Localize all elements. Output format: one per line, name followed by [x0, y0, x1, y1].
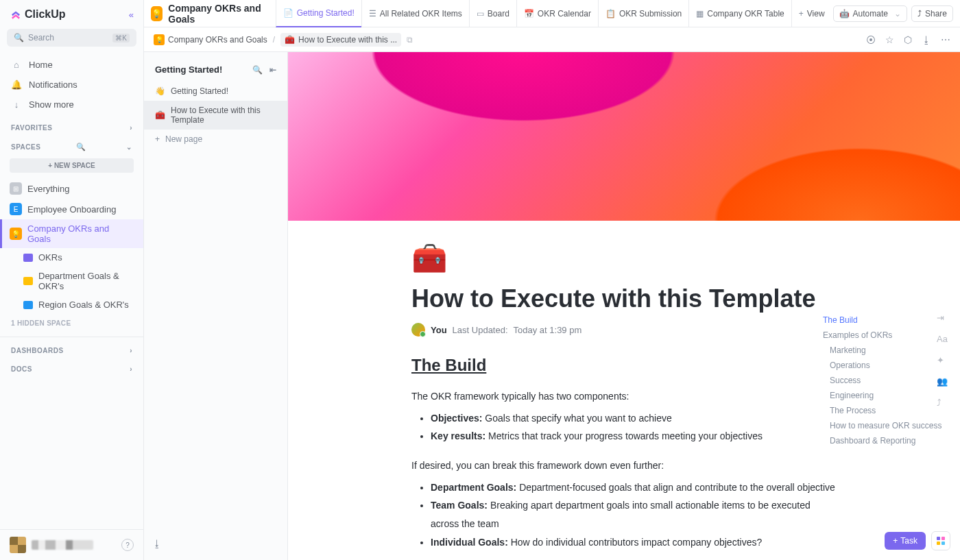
toc-item[interactable]: Success [823, 373, 946, 388]
sparkle-icon[interactable]: ✦ [937, 355, 948, 365]
author-name: You [431, 325, 447, 335]
comment-icon[interactable]: ⬡ [904, 34, 912, 45]
folder-item[interactable]: Department Goals & OKR's [0, 267, 143, 295]
breadcrumb-root[interactable]: 💡Company OKRs and Goals [154, 34, 267, 45]
home-icon: ⌂ [11, 60, 22, 70]
author-avatar[interactable] [411, 323, 425, 337]
user-avatar[interactable] [10, 537, 26, 553]
download-icon[interactable]: ⭳ [922, 34, 931, 45]
toc-item[interactable]: Operations [823, 358, 946, 373]
view-tab[interactable]: ▭Board [469, 0, 516, 27]
dashboards-section-header[interactable]: DASHBOARDS› [0, 337, 143, 358]
apps-grid-button[interactable] [931, 531, 950, 550]
doc-title[interactable]: How to Execute with this Template [411, 284, 837, 313]
heading-the-build[interactable]: The Build [411, 356, 837, 375]
view-tab[interactable]: 📄Getting Started! [276, 0, 361, 27]
new-page-button[interactable]: +New page [144, 130, 287, 149]
space-badge-icon[interactable]: 💡 [151, 6, 163, 21]
cover-image[interactable] [288, 52, 960, 221]
pages-panel: Getting Started! 🔍⇤ 👋Getting Started!🧰Ho… [144, 52, 288, 560]
table-of-contents: The BuildExamples of OKRsMarketingOperat… [823, 313, 946, 448]
folder-item[interactable]: Region Goals & OKR's [0, 295, 143, 314]
doc-meta: You Last Updated: Today at 1:39 pm [411, 323, 837, 337]
open-external-icon[interactable]: ⧉ [407, 35, 413, 45]
toc-item[interactable]: Dashboard & Reporting [823, 433, 946, 448]
updated-label: Last Updated: [453, 325, 508, 335]
automate-button[interactable]: 🤖Automate⌄ [833, 5, 907, 22]
breadcrumb-bar: 💡Company OKRs and Goals / 🧰How to Execut… [144, 27, 960, 52]
collapse-sidebar-icon[interactable]: « [129, 10, 134, 20]
space-item[interactable]: EEmployee Onboarding [0, 199, 143, 219]
expand-icon[interactable]: ⇥ [937, 313, 948, 323]
breadcrumb-separator: / [273, 35, 275, 45]
sidebar: ClickUp « 🔍 Search ⌘K ⌂Home 🔔Notificatio… [0, 0, 144, 560]
link-icon[interactable]: ⤴ [937, 398, 948, 408]
more-icon[interactable]: ⋯ [941, 34, 950, 45]
help-icon[interactable]: ? [121, 539, 134, 551]
page-emoji-icon: 👋 [155, 86, 165, 96]
view-tab[interactable]: ☰All Related OKR Items [361, 0, 469, 27]
list-item[interactable]: Objectives: Goals that specify what you … [431, 409, 837, 428]
collapse-panel-icon[interactable]: ⇤ [269, 65, 276, 75]
space-item[interactable]: ⊞Everything [0, 178, 143, 199]
document-area: 🧰 How to Execute with this Template You … [288, 52, 960, 560]
tab-icon: 📄 [283, 8, 293, 18]
typography-icon[interactable]: Aa [937, 334, 948, 344]
users-icon[interactable]: 👥 [937, 376, 948, 387]
folder-icon [23, 277, 33, 285]
tag-icon[interactable]: ⦿ [866, 34, 876, 45]
space-title[interactable]: Company OKRs and Goals [168, 3, 264, 25]
spaces-section-header[interactable]: SPACES🔍⌄ [0, 136, 143, 156]
doc-paragraph[interactable]: If desired, you can break this framework… [411, 458, 837, 474]
doc-emoji[interactable]: 🧰 [411, 241, 837, 275]
view-tab[interactable]: +View [791, 0, 832, 27]
page-item[interactable]: 👋Getting Started! [144, 82, 287, 101]
search-icon: 🔍 [14, 33, 24, 42]
star-icon[interactable]: ☆ [885, 34, 894, 45]
folder-icon [23, 254, 33, 262]
toc-item[interactable]: The Build [823, 313, 946, 328]
toc-item[interactable]: Marketing [823, 343, 946, 358]
toc-item[interactable]: The Process [823, 403, 946, 418]
toc-item[interactable]: How to measure OKR success [823, 418, 946, 433]
tab-icon: 📅 [524, 9, 534, 19]
docs-section-header[interactable]: DOCS› [0, 358, 143, 377]
space-item[interactable]: 💡Company OKRs and Goals [0, 219, 143, 248]
folder-icon [23, 301, 33, 309]
list-item[interactable]: Key results: Metrics that track your pro… [431, 427, 837, 446]
nav-show-more[interactable]: ↓Show more [0, 95, 143, 114]
hidden-spaces-label[interactable]: 1 HIDDEN SPACE [0, 314, 143, 332]
grid-icon [937, 537, 945, 545]
list-item[interactable]: Team Goals: Breaking apart department go… [431, 496, 837, 533]
page-item[interactable]: 🧰How to Execute with this Template [144, 101, 287, 130]
download-icon[interactable]: ⭳ [152, 538, 162, 549]
view-tab[interactable]: ▦Company OKR Table [688, 0, 791, 27]
nav-notifications[interactable]: 🔔Notifications [0, 75, 143, 95]
doc-list[interactable]: Objectives: Goals that specify what you … [431, 409, 837, 446]
search-input[interactable]: 🔍 Search ⌘K [7, 29, 136, 47]
search-icon[interactable]: 🔍 [76, 143, 86, 151]
search-icon[interactable]: 🔍 [252, 65, 263, 75]
nav-primary: ⌂Home 🔔Notifications ↓Show more [0, 52, 143, 117]
new-space-button[interactable]: + NEW SPACE [10, 158, 134, 173]
view-tab[interactable]: 📋OKR Submission [598, 0, 688, 27]
topbar: 💡 Company OKRs and Goals 📄Getting Starte… [144, 0, 960, 27]
folder-item[interactable]: OKRs [0, 248, 143, 267]
toc-item[interactable]: Examples of OKRs [823, 328, 946, 343]
doc-paragraph[interactable]: The OKR framework typically has two comp… [411, 389, 837, 405]
chevron-right-icon: › [130, 365, 132, 373]
search-shortcut: ⌘K [112, 34, 130, 42]
breadcrumb-current[interactable]: 🧰How to Execute with this ... [280, 33, 401, 47]
new-task-button[interactable]: +Task [885, 532, 926, 550]
doc-list[interactable]: Department Goals: Department-focused goa… [431, 478, 837, 551]
robot-icon: 🤖 [839, 9, 850, 19]
share-button[interactable]: ⤴Share [911, 5, 953, 22]
view-tab[interactable]: 📅OKR Calendar [516, 0, 598, 27]
logo[interactable]: ClickUp [10, 8, 66, 21]
list-item[interactable]: Individual Goals: How do individual cont… [431, 533, 837, 552]
list-item[interactable]: Department Goals: Department-focused goa… [431, 478, 837, 497]
tab-icon: ▦ [696, 9, 704, 19]
favorites-section-header[interactable]: FAVORITES› [0, 117, 143, 136]
toc-item[interactable]: Engineering [823, 388, 946, 403]
nav-home[interactable]: ⌂Home [0, 55, 143, 75]
